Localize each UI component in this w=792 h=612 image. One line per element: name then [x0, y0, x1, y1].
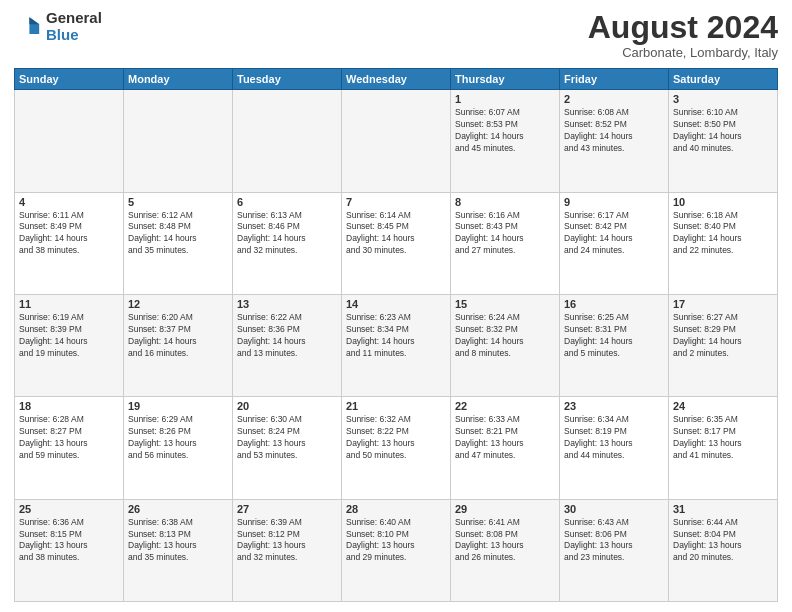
day-info: Sunrise: 6:38 AM Sunset: 8:13 PM Dayligh… [128, 517, 228, 565]
day-info: Sunrise: 6:27 AM Sunset: 8:29 PM Dayligh… [673, 312, 773, 360]
day-number: 25 [19, 503, 119, 515]
table-row: 16Sunrise: 6:25 AM Sunset: 8:31 PM Dayli… [560, 294, 669, 396]
day-info: Sunrise: 6:12 AM Sunset: 8:48 PM Dayligh… [128, 210, 228, 258]
day-number: 27 [237, 503, 337, 515]
day-info: Sunrise: 6:32 AM Sunset: 8:22 PM Dayligh… [346, 414, 446, 462]
table-row: 11Sunrise: 6:19 AM Sunset: 8:39 PM Dayli… [15, 294, 124, 396]
table-row [342, 90, 451, 192]
day-info: Sunrise: 6:18 AM Sunset: 8:40 PM Dayligh… [673, 210, 773, 258]
day-number: 17 [673, 298, 773, 310]
table-row: 7Sunrise: 6:14 AM Sunset: 8:45 PM Daylig… [342, 192, 451, 294]
table-row: 18Sunrise: 6:28 AM Sunset: 8:27 PM Dayli… [15, 397, 124, 499]
table-row: 24Sunrise: 6:35 AM Sunset: 8:17 PM Dayli… [669, 397, 778, 499]
calendar-week-5: 25Sunrise: 6:36 AM Sunset: 8:15 PM Dayli… [15, 499, 778, 601]
table-row: 9Sunrise: 6:17 AM Sunset: 8:42 PM Daylig… [560, 192, 669, 294]
day-number: 4 [19, 196, 119, 208]
table-row: 22Sunrise: 6:33 AM Sunset: 8:21 PM Dayli… [451, 397, 560, 499]
table-row: 28Sunrise: 6:40 AM Sunset: 8:10 PM Dayli… [342, 499, 451, 601]
day-number: 3 [673, 93, 773, 105]
day-number: 11 [19, 298, 119, 310]
day-info: Sunrise: 6:20 AM Sunset: 8:37 PM Dayligh… [128, 312, 228, 360]
day-number: 28 [346, 503, 446, 515]
day-number: 24 [673, 400, 773, 412]
table-row: 21Sunrise: 6:32 AM Sunset: 8:22 PM Dayli… [342, 397, 451, 499]
day-number: 21 [346, 400, 446, 412]
table-row: 1Sunrise: 6:07 AM Sunset: 8:53 PM Daylig… [451, 90, 560, 192]
day-info: Sunrise: 6:33 AM Sunset: 8:21 PM Dayligh… [455, 414, 555, 462]
logo-text: General Blue [46, 10, 102, 43]
day-number: 7 [346, 196, 446, 208]
table-row: 10Sunrise: 6:18 AM Sunset: 8:40 PM Dayli… [669, 192, 778, 294]
day-number: 22 [455, 400, 555, 412]
table-row [233, 90, 342, 192]
header-wednesday: Wednesday [342, 69, 451, 90]
day-number: 23 [564, 400, 664, 412]
day-info: Sunrise: 6:07 AM Sunset: 8:53 PM Dayligh… [455, 107, 555, 155]
day-number: 6 [237, 196, 337, 208]
logo-general: General [46, 10, 102, 27]
day-number: 9 [564, 196, 664, 208]
day-info: Sunrise: 6:11 AM Sunset: 8:49 PM Dayligh… [19, 210, 119, 258]
table-row: 27Sunrise: 6:39 AM Sunset: 8:12 PM Dayli… [233, 499, 342, 601]
day-info: Sunrise: 6:14 AM Sunset: 8:45 PM Dayligh… [346, 210, 446, 258]
day-number: 14 [346, 298, 446, 310]
header-friday: Friday [560, 69, 669, 90]
calendar-header-row: Sunday Monday Tuesday Wednesday Thursday… [15, 69, 778, 90]
day-number: 19 [128, 400, 228, 412]
day-info: Sunrise: 6:28 AM Sunset: 8:27 PM Dayligh… [19, 414, 119, 462]
calendar-week-4: 18Sunrise: 6:28 AM Sunset: 8:27 PM Dayli… [15, 397, 778, 499]
table-row: 29Sunrise: 6:41 AM Sunset: 8:08 PM Dayli… [451, 499, 560, 601]
svg-marker-1 [29, 17, 39, 24]
header-sunday: Sunday [15, 69, 124, 90]
day-number: 31 [673, 503, 773, 515]
day-number: 29 [455, 503, 555, 515]
table-row: 4Sunrise: 6:11 AM Sunset: 8:49 PM Daylig… [15, 192, 124, 294]
calendar-week-1: 1Sunrise: 6:07 AM Sunset: 8:53 PM Daylig… [15, 90, 778, 192]
day-info: Sunrise: 6:43 AM Sunset: 8:06 PM Dayligh… [564, 517, 664, 565]
day-number: 30 [564, 503, 664, 515]
day-info: Sunrise: 6:08 AM Sunset: 8:52 PM Dayligh… [564, 107, 664, 155]
table-row: 20Sunrise: 6:30 AM Sunset: 8:24 PM Dayli… [233, 397, 342, 499]
table-row: 23Sunrise: 6:34 AM Sunset: 8:19 PM Dayli… [560, 397, 669, 499]
day-info: Sunrise: 6:39 AM Sunset: 8:12 PM Dayligh… [237, 517, 337, 565]
day-number: 15 [455, 298, 555, 310]
table-row: 25Sunrise: 6:36 AM Sunset: 8:15 PM Dayli… [15, 499, 124, 601]
day-info: Sunrise: 6:16 AM Sunset: 8:43 PM Dayligh… [455, 210, 555, 258]
calendar-week-2: 4Sunrise: 6:11 AM Sunset: 8:49 PM Daylig… [15, 192, 778, 294]
day-info: Sunrise: 6:24 AM Sunset: 8:32 PM Dayligh… [455, 312, 555, 360]
day-number: 2 [564, 93, 664, 105]
day-info: Sunrise: 6:30 AM Sunset: 8:24 PM Dayligh… [237, 414, 337, 462]
table-row: 15Sunrise: 6:24 AM Sunset: 8:32 PM Dayli… [451, 294, 560, 396]
day-info: Sunrise: 6:10 AM Sunset: 8:50 PM Dayligh… [673, 107, 773, 155]
page: General Blue August 2024 Carbonate, Lomb… [0, 0, 792, 612]
day-info: Sunrise: 6:23 AM Sunset: 8:34 PM Dayligh… [346, 312, 446, 360]
calendar-body: 1Sunrise: 6:07 AM Sunset: 8:53 PM Daylig… [15, 90, 778, 602]
table-row: 14Sunrise: 6:23 AM Sunset: 8:34 PM Dayli… [342, 294, 451, 396]
header-thursday: Thursday [451, 69, 560, 90]
location-subtitle: Carbonate, Lombardy, Italy [588, 45, 778, 60]
month-title: August 2024 [588, 10, 778, 45]
title-block: August 2024 Carbonate, Lombardy, Italy [588, 10, 778, 60]
logo-blue: Blue [46, 27, 102, 44]
day-info: Sunrise: 6:44 AM Sunset: 8:04 PM Dayligh… [673, 517, 773, 565]
day-info: Sunrise: 6:25 AM Sunset: 8:31 PM Dayligh… [564, 312, 664, 360]
table-row: 17Sunrise: 6:27 AM Sunset: 8:29 PM Dayli… [669, 294, 778, 396]
table-row: 19Sunrise: 6:29 AM Sunset: 8:26 PM Dayli… [124, 397, 233, 499]
table-row: 8Sunrise: 6:16 AM Sunset: 8:43 PM Daylig… [451, 192, 560, 294]
header: General Blue August 2024 Carbonate, Lomb… [14, 10, 778, 60]
day-info: Sunrise: 6:36 AM Sunset: 8:15 PM Dayligh… [19, 517, 119, 565]
day-number: 18 [19, 400, 119, 412]
day-info: Sunrise: 6:34 AM Sunset: 8:19 PM Dayligh… [564, 414, 664, 462]
table-row [124, 90, 233, 192]
day-number: 10 [673, 196, 773, 208]
table-row: 5Sunrise: 6:12 AM Sunset: 8:48 PM Daylig… [124, 192, 233, 294]
calendar-week-3: 11Sunrise: 6:19 AM Sunset: 8:39 PM Dayli… [15, 294, 778, 396]
day-number: 16 [564, 298, 664, 310]
header-saturday: Saturday [669, 69, 778, 90]
logo-icon [14, 13, 42, 41]
table-row: 3Sunrise: 6:10 AM Sunset: 8:50 PM Daylig… [669, 90, 778, 192]
table-row: 26Sunrise: 6:38 AM Sunset: 8:13 PM Dayli… [124, 499, 233, 601]
day-number: 8 [455, 196, 555, 208]
day-info: Sunrise: 6:22 AM Sunset: 8:36 PM Dayligh… [237, 312, 337, 360]
day-number: 20 [237, 400, 337, 412]
